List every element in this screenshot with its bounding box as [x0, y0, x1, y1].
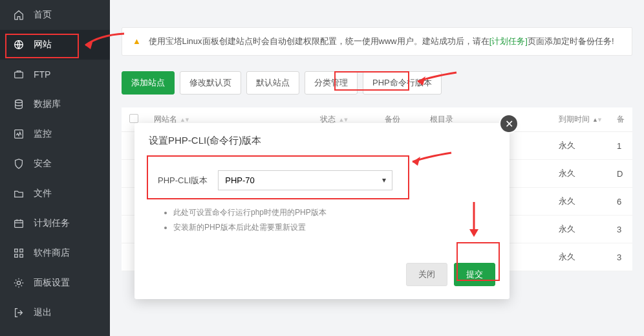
modal-body: PHP-CLI版本 PHP-70 此处可设置命令行运行php时使用的PHP版本 … [134, 156, 510, 254]
svg-rect-4 [15, 221, 23, 228]
svg-rect-8 [20, 254, 23, 258]
calendar-icon [13, 218, 25, 229]
home-icon [13, 9, 25, 21]
ftp-icon [13, 69, 25, 80]
default-site-button[interactable]: 默认站点 [246, 71, 299, 95]
sidebar-label: 安全 [34, 158, 52, 170]
php-cli-modal: ✕ 设置PHP-CLI(命令行)版本 PHP-CLI版本 PHP-70 此处可设… [134, 123, 510, 299]
modal-footer: 关闭 提交 [134, 254, 510, 299]
sidebar-item-settings[interactable]: 面板设置 [0, 268, 110, 298]
modal-title: 设置PHP-CLI(命令行)版本 [134, 123, 510, 156]
sidebar-label: 网站 [34, 39, 52, 50]
sidebar-label: FTP [34, 69, 50, 80]
sidebar-label: 软件商店 [34, 247, 70, 259]
sidebar-item-website[interactable]: 网站 [0, 30, 110, 60]
database-icon [13, 98, 25, 110]
sidebar-item-software[interactable]: 软件商店 [0, 238, 110, 268]
select-all-checkbox[interactable] [129, 114, 138, 123]
th-remark: 备 [609, 107, 632, 132]
sidebar-item-exit[interactable]: 退出 [0, 298, 110, 328]
modify-default-button[interactable]: 修改默认页 [180, 71, 241, 95]
hint-text: 安装新的PHP版本后此处需要重新设置 [173, 222, 486, 233]
category-button[interactable]: 分类管理 [305, 71, 358, 95]
svg-point-2 [16, 100, 23, 103]
submit-button[interactable]: 提交 [454, 263, 495, 286]
toolbar: 添加站点 修改默认页 默认站点 分类管理 PHP命令行版本 [122, 71, 632, 95]
php-cli-version-button[interactable]: PHP命令行版本 [363, 71, 442, 95]
sidebar-item-home[interactable]: 首页 [0, 0, 110, 30]
sidebar-label: 首页 [34, 9, 52, 21]
svg-rect-7 [15, 254, 18, 258]
svg-rect-3 [15, 130, 23, 139]
form-row: PHP-CLI版本 PHP-70 [158, 159, 486, 207]
modal-close-button[interactable]: ✕ [499, 114, 519, 133]
sidebar-item-monitor[interactable]: 监控 [0, 119, 110, 149]
svg-rect-1 [15, 72, 23, 78]
grid-icon [13, 247, 25, 259]
sidebar: 首页 网站 FTP 数据库 监控 安全 文件 计划任务 软件商店 面板设置 退出 [0, 0, 110, 336]
sort-icon: ▲▼ [338, 117, 347, 123]
sidebar-item-files[interactable]: 文件 [0, 179, 110, 208]
notice-text-b: 页面添加定时备份任务! [528, 36, 614, 46]
shield-icon [13, 158, 25, 170]
sidebar-label: 退出 [34, 307, 52, 319]
sidebar-label: 数据库 [34, 98, 61, 110]
sidebar-label: 监控 [34, 128, 52, 140]
hint-text: 此处可设置命令行运行php时使用的PHP版本 [173, 207, 486, 218]
monitor-icon [13, 128, 25, 140]
select-wrap: PHP-70 [218, 170, 392, 190]
globe-icon [13, 39, 25, 50]
svg-rect-6 [20, 249, 23, 252]
folder-icon [13, 188, 25, 199]
exit-icon [13, 307, 25, 319]
sidebar-item-database[interactable]: 数据库 [0, 89, 110, 119]
sidebar-item-ftp[interactable]: FTP [0, 60, 110, 89]
sidebar-label: 文件 [34, 188, 52, 199]
sidebar-label: 面板设置 [34, 277, 70, 289]
notice-link[interactable]: [计划任务] [489, 36, 528, 46]
sort-icon: ▲▼ [180, 117, 189, 123]
notice-bar: ▲ 使用宝塔Linux面板创建站点时会自动创建权限配置，统一使用www用户。建站… [122, 27, 632, 56]
sort-icon: ▲▼ [592, 117, 601, 123]
hints-list: 此处可设置命令行运行php时使用的PHP版本 安装新的PHP版本后此处需要重新设… [158, 207, 486, 246]
svg-point-9 [17, 281, 20, 284]
gear-icon [13, 277, 25, 289]
php-cli-label: PHP-CLI版本 [158, 175, 208, 186]
sidebar-item-security[interactable]: 安全 [0, 149, 110, 179]
add-site-button[interactable]: 添加站点 [122, 71, 175, 95]
warning-icon: ▲ [133, 36, 141, 46]
sidebar-label: 计划任务 [34, 218, 70, 229]
svg-rect-5 [15, 249, 18, 252]
notice-text-a: 使用宝塔Linux面板创建站点时会自动创建权限配置，统一使用www用户。建站成功… [149, 36, 489, 46]
php-version-select[interactable]: PHP-70 [218, 170, 392, 190]
th-expire[interactable]: 到期时间▲▼ [551, 107, 609, 132]
close-button[interactable]: 关闭 [406, 263, 447, 286]
sidebar-item-cron[interactable]: 计划任务 [0, 208, 110, 238]
